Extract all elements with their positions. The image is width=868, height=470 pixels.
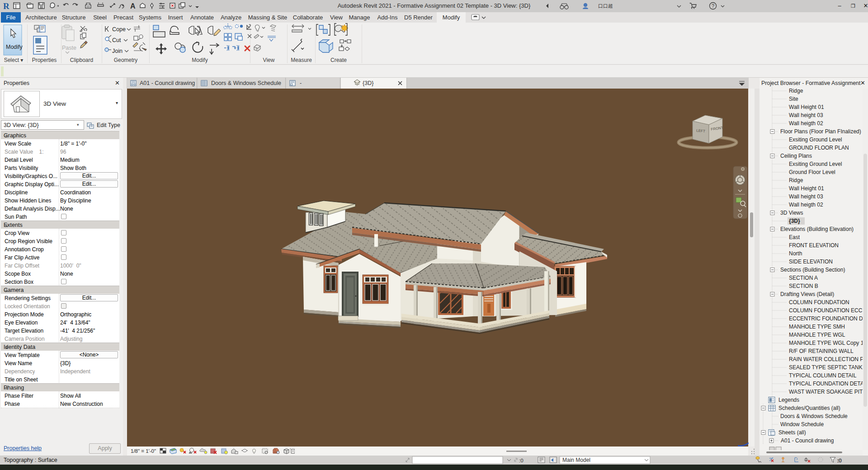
- svg-text:Cope: Cope: [112, 26, 126, 33]
- svg-text:Wall height 03: Wall height 03: [789, 112, 823, 118]
- svg-text:Wall heigth 02: Wall heigth 02: [789, 120, 823, 127]
- svg-text:3D Views: 3D Views: [780, 210, 803, 216]
- svg-text:Exsiting Ground Level: Exsiting Ground Level: [789, 136, 842, 143]
- svg-text:Ridge: Ridge: [789, 177, 803, 183]
- svg-text:East: East: [789, 234, 800, 240]
- svg-text:Ceiling Plans: Ceiling Plans: [780, 153, 812, 159]
- svg-text:MANHOLE TYPE SMH: MANHOLE TYPE SMH: [789, 324, 845, 330]
- svg-text:WAST WATER SOAKAGE PIT: WAST WATER SOAKAGE PIT: [789, 389, 863, 395]
- svg-text:Ridge: Ridge: [789, 88, 803, 94]
- svg-text:Wall height 03: Wall height 03: [789, 193, 823, 200]
- svg-text:R: R: [3, 1, 9, 11]
- svg-text:SEALED TYPE SEPTIC TANK: SEALED TYPE SEPTIC TANK: [789, 364, 863, 371]
- svg-text:Elevations (Building Elevation: Elevations (Building Elevation): [780, 226, 854, 232]
- svg-text:North: North: [789, 250, 802, 257]
- svg-text:Exsiting Ground Level: Exsiting Ground Level: [789, 161, 842, 167]
- svg-text:ECCENTRIC FOUNDATION DETА: ECCENTRIC FOUNDATION DETА: [789, 315, 868, 322]
- svg-text:Sections (Building Section): Sections (Building Section): [780, 267, 845, 273]
- svg-text:RAIN WATER COLLECTION PIT: RAIN WATER COLLECTION PIT: [789, 356, 868, 362]
- svg-text:R/F OF RETAINING WALL: R/F OF RETAINING WALL: [789, 348, 854, 354]
- svg-text:SECTION A: SECTION A: [789, 275, 818, 281]
- svg-text:Join: Join: [112, 48, 123, 54]
- svg-text:Cut: Cut: [112, 37, 121, 43]
- svg-text:Paste: Paste: [62, 45, 76, 51]
- svg-text:Floor Plans (Floor Plan FInali: Floor Plans (Floor Plan FInalized): [780, 128, 861, 135]
- svg-text:Wall Height 01: Wall Height 01: [789, 185, 824, 192]
- svg-text:COLUMN FOUNDATION: COLUMN FOUNDATION: [789, 299, 849, 306]
- svg-text:FRONT ELEVATION: FRONT ELEVATION: [789, 242, 839, 249]
- svg-text::0: :0: [837, 458, 842, 463]
- svg-text:TYPICAL COLUMN DETAIL: TYPICAL COLUMN DETAIL: [789, 372, 857, 379]
- svg-text:Schedules/Quantities (all): Schedules/Quantities (all): [778, 405, 840, 411]
- svg-text:SIDE ELEVATION: SIDE ELEVATION: [789, 258, 833, 265]
- svg-text:Drafting Views (Detail): Drafting Views (Detail): [780, 291, 834, 297]
- svg-text:Main Model: Main Model: [562, 457, 590, 463]
- svg-text:GROUND FLOOR PLAN: GROUND FLOOR PLAN: [789, 145, 849, 151]
- svg-text:Wall heigth 02: Wall heigth 02: [789, 202, 823, 208]
- svg-text:MANHOLE TYPE WGL: MANHOLE TYPE WGL: [789, 332, 845, 338]
- svg-text:TYPICAL FOUNDATION DETAI: TYPICAL FOUNDATION DETAI: [789, 381, 865, 387]
- svg-text:Window Schedule: Window Schedule: [780, 421, 824, 428]
- svg-text:{3D}: {3D}: [789, 218, 800, 224]
- svg-text:Sheets (all): Sheets (all): [778, 429, 806, 436]
- svg-text:Site: Site: [789, 96, 798, 102]
- svg-text:A01 - Council drawing: A01 - Council drawing: [781, 437, 834, 444]
- svg-text:口口超: 口口超: [598, 3, 613, 9]
- svg-text:Ground Floor Level: Ground Floor Level: [789, 169, 835, 175]
- svg-text:MANHOLE TYPE WGL Copy 1: MANHOLE TYPE WGL Copy 1: [789, 340, 864, 346]
- svg-text::0: :0: [519, 458, 524, 463]
- svg-text:A: A: [130, 2, 136, 10]
- svg-text:Legends: Legends: [778, 397, 799, 403]
- svg-text:Modify: Modify: [6, 44, 23, 50]
- svg-text:Doors & Windows Schedule: Doors & Windows Schedule: [780, 413, 848, 419]
- svg-text:SECTION B: SECTION B: [789, 283, 818, 289]
- svg-text:?: ?: [712, 3, 714, 9]
- svg-text:Wall Height 01: Wall Height 01: [789, 104, 824, 110]
- svg-text:COLUMN FOUNDATION ECCEN: COLUMN FOUNDATION ECCEN: [789, 307, 868, 314]
